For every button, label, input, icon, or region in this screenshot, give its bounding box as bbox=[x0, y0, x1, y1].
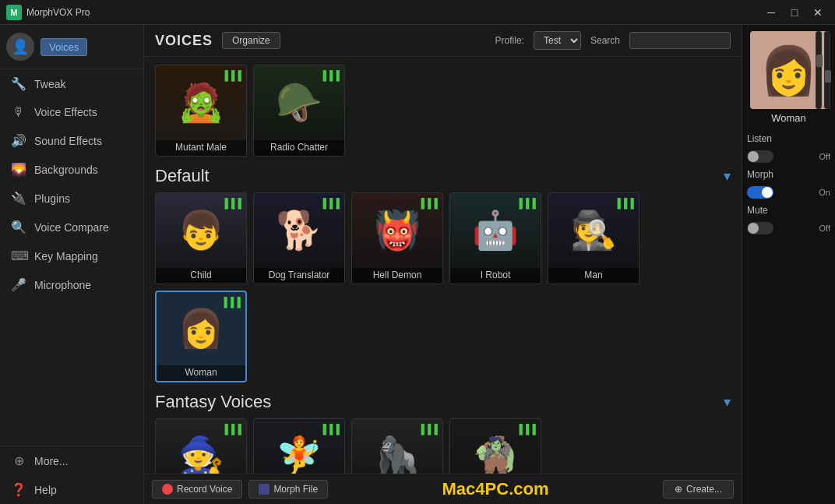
create-plus-icon: ⊕ bbox=[675, 484, 682, 495]
slider-1[interactable] bbox=[816, 31, 822, 109]
mute-label: Mute bbox=[747, 205, 768, 216]
listen-label: Listen bbox=[747, 133, 772, 144]
sidebar-item-help[interactable]: ❓ Help bbox=[0, 475, 143, 504]
sidebar-bottom: ⊕ More... ❓ Help bbox=[0, 446, 143, 504]
slider-thumb-2 bbox=[825, 70, 831, 83]
help-icon: ❓ bbox=[11, 482, 26, 497]
key-mapping-icon: ⌨ bbox=[11, 248, 26, 263]
voice-card-woman[interactable]: ▐▐▐ 👩 Woman bbox=[155, 291, 247, 382]
signal-indicator: ▐▐▐ bbox=[221, 198, 241, 209]
section-header-fantasy: Fantasy Voices ▾ bbox=[155, 392, 731, 412]
mute-state: Off bbox=[819, 224, 830, 233]
voice-card-i-robot[interactable]: ▐▐▐ 🤖 I Robot bbox=[449, 192, 541, 284]
sidebar-item-label-help: Help bbox=[34, 484, 57, 496]
morph-file-button[interactable]: Morph File bbox=[248, 480, 328, 499]
minimize-button[interactable]: ─ bbox=[760, 3, 782, 22]
morph-toggle-row: On bbox=[747, 186, 830, 199]
signal-indicator: ▐▐▐ bbox=[319, 198, 340, 209]
voice-scroll-area[interactable]: ▐▐▐ 🧟 Mutant Male ▐▐▐ 🪖 Radio Chatter De… bbox=[144, 57, 742, 474]
voice-label-hell-demon: Hell Demon bbox=[352, 268, 442, 284]
voice-label-mutant-male: Mutant Male bbox=[156, 140, 246, 156]
morph-label: Morph bbox=[747, 169, 773, 180]
selected-voice-name: Woman bbox=[771, 112, 806, 124]
sidebar-item-voice-effects[interactable]: 🎙 Voice Effects bbox=[0, 98, 143, 126]
content-header: VOICES Organize Profile: Test Search bbox=[144, 25, 742, 57]
close-button[interactable]: ✕ bbox=[807, 3, 829, 22]
section-title-fantasy: Fantasy Voices bbox=[155, 392, 271, 412]
page-title: VOICES bbox=[155, 33, 213, 49]
section-header-default: Default ▾ bbox=[155, 166, 731, 186]
morph-icon bbox=[259, 484, 270, 495]
slider-2[interactable] bbox=[824, 31, 830, 109]
morph-state: On bbox=[819, 188, 830, 197]
tweak-icon: 🔧 bbox=[11, 76, 26, 91]
organize-button[interactable]: Organize bbox=[222, 32, 280, 49]
profile-label: Profile: bbox=[495, 35, 524, 46]
plugins-icon: 🔌 bbox=[11, 191, 26, 206]
listen-toggle[interactable] bbox=[747, 150, 773, 163]
listen-row: Listen bbox=[747, 133, 830, 144]
voice-label-dog-translator: Dog Translator bbox=[254, 268, 344, 284]
voice-card-dwarf[interactable]: ▐▐▐ 🧙 Dwarf bbox=[155, 418, 247, 474]
listen-state: Off bbox=[819, 152, 830, 161]
voice-card-dog-translator[interactable]: ▐▐▐ 🐕 Dog Translator bbox=[253, 192, 345, 284]
signal-indicator: ▐▐▐ bbox=[221, 424, 241, 435]
voice-card-nasty-gnome[interactable]: ▐▐▐ 🧌 Nasty Gnome bbox=[449, 418, 541, 474]
search-label: Search bbox=[590, 35, 620, 46]
sidebar-top: 👤 Voices bbox=[0, 25, 143, 69]
titlebar: M MorphVOX Pro ─ □ ✕ bbox=[0, 0, 835, 25]
signal-indicator: ▐▐▐ bbox=[319, 70, 340, 81]
voice-card-child[interactable]: ▐▐▐ 👦 Child bbox=[155, 192, 247, 284]
section-collapse-fantasy[interactable]: ▾ bbox=[724, 393, 731, 411]
signal-indicator: ▐▐▐ bbox=[516, 424, 536, 435]
record-voice-button[interactable]: Record Voice bbox=[152, 480, 242, 499]
sidebar-item-microphone[interactable]: 🎤 Microphone bbox=[0, 270, 143, 299]
create-button[interactable]: ⊕ Create... bbox=[663, 480, 734, 499]
signal-indicator: ▐▐▐ bbox=[319, 424, 340, 435]
section-collapse-default[interactable]: ▾ bbox=[724, 167, 731, 185]
voice-card-mutant-male[interactable]: ▐▐▐ 🧟 Mutant Male bbox=[155, 65, 247, 157]
voice-label-man: Man bbox=[548, 268, 639, 284]
listen-toggle-row: Off bbox=[747, 150, 830, 163]
create-label: Create... bbox=[686, 484, 722, 495]
maximize-button[interactable]: □ bbox=[784, 3, 805, 22]
listen-toggle-knob bbox=[748, 151, 759, 162]
mute-toggle[interactable] bbox=[747, 222, 773, 234]
signal-indicator: ▐▐▐ bbox=[516, 198, 536, 209]
sidebar-item-backgrounds[interactable]: 🌄 Backgrounds bbox=[0, 155, 143, 184]
sidebar-item-tweak[interactable]: 🔧 Tweak bbox=[0, 69, 143, 98]
sidebar-item-voice-compare[interactable]: 🔍 Voice Compare bbox=[0, 213, 143, 241]
window-controls: ─ □ ✕ bbox=[760, 3, 829, 22]
voice-label-i-robot: I Robot bbox=[450, 268, 541, 284]
signal-indicator: ▐▐▐ bbox=[221, 70, 241, 81]
main-layout: 👤 Voices 🔧 Tweak 🎙 Voice Effects 🔊 Sound… bbox=[0, 25, 835, 504]
voice-card-hell-demon[interactable]: ▐▐▐ 👹 Hell Demon bbox=[351, 192, 443, 284]
signal-indicator: ▐▐▐ bbox=[220, 297, 241, 308]
profile-select[interactable]: Test bbox=[534, 31, 581, 50]
voice-label-radio-chatter: Radio Chatter bbox=[254, 140, 344, 156]
sound-effects-icon: 🔊 bbox=[11, 133, 26, 148]
slider-thumb-1 bbox=[816, 55, 823, 67]
sidebar-item-more[interactable]: ⊕ More... bbox=[0, 446, 143, 475]
sidebar-item-label-tweak: Tweak bbox=[34, 78, 65, 90]
voices-button[interactable]: Voices bbox=[41, 38, 87, 56]
voice-card-female-pixie[interactable]: ▐▐▐ 🧚 Female Pixie bbox=[253, 418, 345, 474]
sidebar-item-plugins[interactable]: 🔌 Plugins bbox=[0, 184, 143, 213]
sidebar-item-label-voice-compare: Voice Compare bbox=[34, 221, 109, 234]
sidebar-item-sound-effects[interactable]: 🔊 Sound Effects bbox=[0, 126, 143, 155]
watermark: Mac4PC.com bbox=[334, 479, 657, 499]
sidebar-item-label-key-mapping: Key Mapping bbox=[34, 250, 98, 263]
sidebar-item-label-plugins: Plugins bbox=[34, 192, 70, 205]
voice-card-man[interactable]: ▐▐▐ 🕵 Man bbox=[548, 192, 639, 284]
voice-card-giant[interactable]: ▐▐▐ 🦍 Giant bbox=[351, 418, 443, 474]
signal-indicator: ▐▐▐ bbox=[418, 424, 438, 435]
content-area: VOICES Organize Profile: Test Search ▐▐▐… bbox=[144, 25, 742, 504]
sidebar-item-key-mapping[interactable]: ⌨ Key Mapping bbox=[0, 241, 143, 270]
voice-card-radio-chatter[interactable]: ▐▐▐ 🪖 Radio Chatter bbox=[253, 65, 345, 157]
morph-toggle[interactable] bbox=[747, 186, 773, 199]
selected-voice-face: 👩 bbox=[759, 43, 818, 98]
default-voice-grid: ▐▐▐ 👦 Child ▐▐▐ 🐕 Dog Translator ▐▐▐ 👹 H… bbox=[155, 192, 731, 382]
morph-file-label: Morph File bbox=[273, 484, 318, 495]
search-input[interactable] bbox=[629, 32, 731, 49]
avatar: 👤 bbox=[6, 33, 34, 61]
